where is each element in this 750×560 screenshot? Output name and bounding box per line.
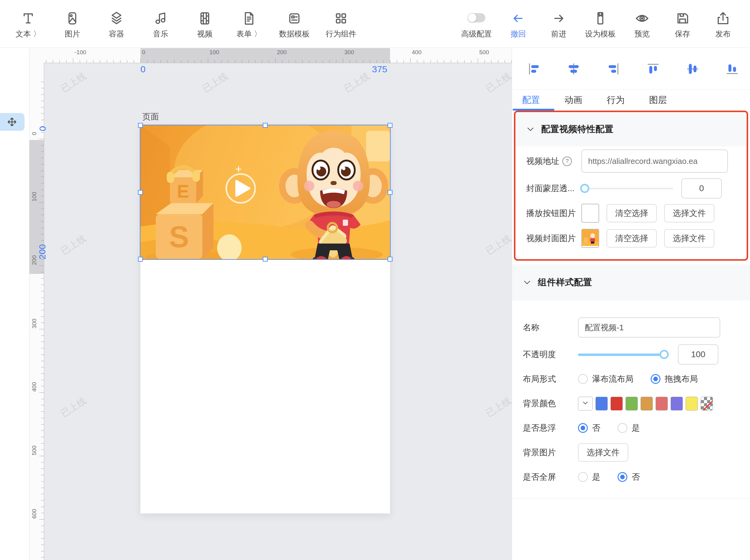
left-sidebar-strip [0,48,29,560]
color-swatch[interactable] [595,397,608,411]
selection-handle[interactable] [138,257,143,262]
action-set-template[interactable]: 设为模板 [585,9,616,39]
tool-data-template[interactable]: 数据模板 [279,9,310,39]
opacity-slider[interactable] [578,350,669,359]
save-icon [675,9,690,26]
align-bottom-icon[interactable] [724,60,741,78]
watermark-text: 已上线 [59,70,88,95]
data-template-icon [287,9,302,26]
tab-图层[interactable]: 图层 [649,94,667,106]
fullscreen-row: 是否全屏 是否 [512,465,750,489]
clear-selection-button[interactable]: 清空选择 [607,204,657,222]
help-icon[interactable]: ? [562,157,572,166]
selection-handle[interactable] [388,190,393,195]
move-handle-tab[interactable] [0,113,24,131]
color-picker-dropdown[interactable] [578,397,593,411]
video-url-input[interactable]: https://aliallrecord.wangxiao.ea [581,149,728,173]
color-swatch[interactable] [686,397,698,411]
toggle-off-icon[interactable] [468,13,486,22]
tab-配置[interactable]: 配置 [522,94,540,106]
panel-bottom-divider [512,498,750,499]
fullscreen-radio-1[interactable] [617,472,627,482]
color-swatch[interactable] [611,397,623,411]
action-publish[interactable]: 发布 [709,9,737,39]
action-save[interactable]: 保存 [668,9,697,39]
tab-动画[interactable]: 动画 [565,94,582,106]
choose-file-button[interactable]: 选择文件 [664,204,714,222]
choose-file-button[interactable]: 选择文件 [578,443,628,462]
transparent-color-swatch[interactable] [700,397,713,411]
name-row: 名称 配置视频-1 [512,313,750,342]
color-swatch[interactable] [640,397,653,411]
play-button-image-swatch[interactable] [581,204,599,223]
mask-opacity-label: 封面蒙层透... [526,183,581,194]
video-component-selected[interactable]: S E [140,125,390,259]
watermark-text: 已上线 [483,70,512,95]
tool-music[interactable]: 音乐 [146,9,175,39]
tool-video[interactable]: 视频 [191,9,219,39]
tool-container[interactable]: 容器 [102,9,131,39]
name-input[interactable]: 配置视频-1 [578,317,720,338]
watermark-text: 已上线 [483,232,512,257]
clear-selection-button[interactable]: 清空选择 [607,229,657,248]
tool-form[interactable]: 表单 〉 [235,9,263,39]
panel-tabs: 配置动画行为图层 [512,90,750,110]
video-url-row: 视频地址 ? https://aliallrecord.wangxiao.ea [515,146,747,176]
tool-text[interactable]: 文本 〉 [14,9,42,39]
align-right-icon[interactable] [605,60,622,78]
tab-行为[interactable]: 行为 [607,94,625,106]
floating-radio-0[interactable] [578,423,588,433]
behavior-component-icon [333,9,349,26]
opacity-value[interactable]: 100 [678,344,718,365]
component-style-section: 组件样式配置 名称 配置视频-1 不透明度 100 布局形式 瀑布流布局拖拽布局… [512,264,750,499]
selection-handle[interactable] [138,123,143,128]
selection-x-start: 0 [140,64,146,75]
advanced-config-toggle-item[interactable]: 高级配置 [461,9,492,39]
style-section-header[interactable]: 组件样式配置 [512,264,750,300]
selection-handle[interactable] [138,190,143,195]
selection-handle[interactable] [388,257,393,262]
watermark-text: 已上线 [483,395,512,420]
tool-behavior-component[interactable]: 行为组件 [325,9,356,39]
fullscreen-radio-0[interactable] [578,472,588,482]
layout-mode-radio-0[interactable] [578,374,588,384]
mask-opacity-value[interactable]: 0 [681,178,722,199]
mask-opacity-slider[interactable] [581,184,673,193]
container-icon [109,9,124,26]
action-undo[interactable]: 撤回 [504,9,532,39]
selection-handle[interactable] [263,123,268,128]
tool-image[interactable]: 图片 [58,9,86,39]
align-middle-vertical-icon[interactable] [684,60,701,78]
action-preview[interactable]: 预览 [628,9,656,39]
color-swatch[interactable] [655,397,668,411]
fullscreen-radio-label: 是 [592,472,600,482]
top-toolbar: 文本 〉 图片 容器 音乐 视频 表单 〉 数据模板 行为组件 高级配置 撤回 … [0,0,750,48]
section-title: 配置视频特性配置 [541,123,614,136]
video-feature-section-header[interactable]: 配置视频特性配置 [515,112,747,146]
align-left-icon[interactable] [526,60,543,78]
video-feature-section-highlight: 配置视频特性配置 视频地址 ? https://aliallrecord.wan… [514,110,748,261]
horizontal-ruler: -1000100200300400500 [29,48,512,63]
action-redo[interactable]: 前进 [545,9,573,39]
publish-icon [715,9,731,26]
chevron-down-icon [527,125,534,133]
bg-color-label: 背景颜色 [523,398,578,409]
selection-handle[interactable] [263,257,268,262]
toolbar-left-group: 文本 〉 图片 容器 音乐 视频 表单 〉 数据模板 行为组件 [14,9,356,39]
layout-mode-label: 布局形式 [523,373,578,385]
align-center-horizontal-icon[interactable] [565,60,582,78]
selection-handle[interactable] [388,123,393,128]
floating-radio-1[interactable] [617,423,627,433]
page-artboard[interactable]: S E [140,125,390,514]
design-canvas[interactable]: 已上线已上线已上线已上线已上线已上线已上线已上线已上线已上线已上线已上线已上线已… [29,48,512,560]
video-poster-illustration: S E [140,125,390,259]
bg-image-label: 背景图片 [523,447,578,458]
watermark-text: 已上线 [342,70,372,95]
chevron-down-icon [582,399,589,408]
color-swatch[interactable] [671,397,683,411]
layout-mode-radio-1[interactable] [651,374,660,384]
color-swatch[interactable] [626,397,638,411]
choose-file-button[interactable]: 选择文件 [664,229,714,248]
align-top-icon[interactable] [645,60,662,78]
cover-image-thumbnail[interactable] [581,229,599,248]
